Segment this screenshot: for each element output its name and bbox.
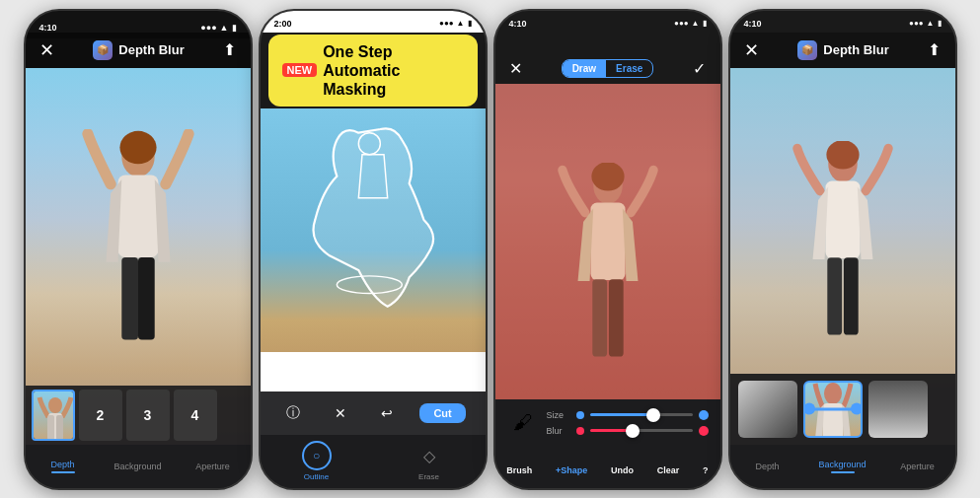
size-slider-3[interactable] xyxy=(590,413,693,416)
blur-label-3: Blur xyxy=(547,426,570,436)
clear-tool-label-3[interactable]: Clear xyxy=(657,465,680,475)
tab-background-1[interactable]: Background xyxy=(101,462,176,471)
svg-rect-19 xyxy=(827,257,842,334)
thumb-2-label: 2 xyxy=(97,407,105,423)
svg-rect-14 xyxy=(592,279,607,356)
svg-rect-4 xyxy=(138,257,155,340)
thumb-1-selected[interactable] xyxy=(32,390,75,441)
tab-bg-underline-4 xyxy=(831,471,855,473)
woman-figure-1 xyxy=(79,129,197,386)
aperture-card-4[interactable] xyxy=(868,381,928,438)
phone-4: 4:10 ●●● ▲ ▮ ✕ 📦 Depth Blur ⬆ xyxy=(728,9,957,490)
slider-controls-3: 🖌 Size Blur xyxy=(495,399,720,453)
svg-point-5 xyxy=(48,397,62,413)
thumb-2[interactable]: 2 xyxy=(79,390,122,441)
app-title-1: Depth Blur xyxy=(118,42,184,57)
svg-rect-2 xyxy=(117,175,158,257)
tab-background-4[interactable]: Background xyxy=(805,460,880,473)
share-icon-4[interactable]: ⬆ xyxy=(928,40,941,59)
thumbnail-strip-1: 2 3 4 xyxy=(26,386,251,445)
blur-dot-3 xyxy=(576,427,584,435)
close-icon-3[interactable]: ✕ xyxy=(509,59,522,78)
blur-thumb-3[interactable] xyxy=(626,424,640,438)
signal-icon-3: ●●● xyxy=(674,19,689,28)
nav-title-1: 📦 Depth Blur xyxy=(93,40,184,60)
svg-rect-7 xyxy=(47,415,54,440)
toolbar-2: ⓘ ✕ ↩ Cut xyxy=(261,391,486,435)
tab-depth-label-4: Depth xyxy=(755,462,779,471)
bottom-tools-3: Brush +Shape Undo Clear ? xyxy=(495,453,720,488)
white-bottom-2 xyxy=(261,352,486,391)
time-2: 2:00 xyxy=(274,19,292,29)
svg-rect-18 xyxy=(825,180,860,257)
shape-tool-label-3[interactable]: +Shape xyxy=(556,465,587,475)
svg-rect-15 xyxy=(608,279,623,356)
close-icon-2[interactable]: ✕ xyxy=(327,399,354,427)
time-3: 4:10 xyxy=(509,19,527,29)
thumb-4-label: 4 xyxy=(191,407,199,423)
battery-icon-4: ▮ xyxy=(938,19,942,28)
size-end-dot-3 xyxy=(699,410,709,420)
nav-bar-3: ✕ Draw Erase ✓ xyxy=(495,29,720,84)
undo-tool-label-3[interactable]: Undo xyxy=(611,465,634,475)
help-icon-3[interactable]: ? xyxy=(703,465,709,475)
size-dot-3 xyxy=(576,411,584,419)
wifi-icon-2: ▲ xyxy=(457,19,465,28)
size-thumb-3[interactable] xyxy=(646,408,660,422)
thumb-3[interactable]: 3 xyxy=(126,390,170,441)
brush-icon-3: 🖌 xyxy=(507,407,539,439)
erase-tool-2[interactable]: ◇ Erase xyxy=(415,441,444,481)
svg-point-1 xyxy=(119,130,156,163)
app-title-4: Depth Blur xyxy=(823,42,888,57)
tab-bar-1: Depth Background Aperture xyxy=(26,445,251,488)
signal-icon-1: ●●● xyxy=(200,23,216,33)
app-icon-4: 📦 xyxy=(797,40,817,60)
info-icon-2[interactable]: ⓘ xyxy=(279,399,307,427)
back-icon-4[interactable]: ✕ xyxy=(744,39,759,61)
blur-slider-3[interactable] xyxy=(590,429,693,432)
outline-icon-2: ○ xyxy=(302,441,332,470)
battery-icon-2: ▮ xyxy=(468,19,472,28)
status-bar-4: 4:10 ●●● ▲ ▮ xyxy=(730,11,955,33)
svg-point-12 xyxy=(591,163,624,191)
draw-btn-3[interactable]: Draw xyxy=(563,60,606,77)
status-bar-3: 4:10 ●●● ▲ ▮ xyxy=(495,11,720,33)
tab-depth-1[interactable]: Depth xyxy=(26,460,101,473)
main-container: 4:10 ●●● ▲ ▮ ✕ 📦 Depth Blur ⬆ xyxy=(0,0,980,498)
undo-icon-2[interactable]: ↩ xyxy=(373,399,401,427)
tab-aperture-4[interactable]: Aperture xyxy=(880,462,955,471)
tab-depth-label-1: Depth xyxy=(50,460,74,469)
thumb-4[interactable]: 4 xyxy=(174,390,217,441)
outline-label-2: Outline xyxy=(304,472,329,481)
check-icon-3[interactable]: ✓ xyxy=(693,59,706,78)
share-icon-1[interactable]: ⬆ xyxy=(223,40,236,59)
status-bar-2: 2:00 ●●● ▲ ▮ xyxy=(261,11,486,33)
outline-tool-2[interactable]: ○ Outline xyxy=(302,441,332,481)
signal-icon-4: ●●● xyxy=(909,19,924,28)
cut-button-2[interactable]: Cut xyxy=(419,403,465,423)
blur-end-dot-3 xyxy=(699,426,709,436)
signal-icon-2: ●●● xyxy=(439,19,454,28)
bottom-tools-2: ○ Outline ◇ Erase xyxy=(261,435,486,488)
tab-depth-4[interactable]: Depth xyxy=(730,462,805,471)
status-bar-1: 4:10 ●●● ▲ ▮ xyxy=(26,11,251,38)
brush-tool-label-3[interactable]: Brush xyxy=(506,465,532,475)
tab-bg-label-4: Background xyxy=(818,460,866,469)
tab-aperture-1[interactable]: Aperture xyxy=(176,462,251,471)
woman-figure-4 xyxy=(789,141,897,378)
tab-bg-label-1: Background xyxy=(113,462,161,471)
tab-depth-underline-1 xyxy=(51,471,75,473)
depth-card-4[interactable] xyxy=(738,381,797,438)
erase-icon-2: ◇ xyxy=(415,441,444,470)
banner-text-2: One StepAutomatic Masking xyxy=(323,42,463,100)
wifi-icon-4: ▲ xyxy=(927,19,935,28)
photo-area-3 xyxy=(495,84,720,399)
battery-icon-3: ▮ xyxy=(703,19,707,28)
back-icon-1[interactable]: ✕ xyxy=(39,39,54,61)
nav-bar-4: ✕ 📦 Depth Blur ⬆ xyxy=(730,33,955,68)
erase-btn-3[interactable]: Erase xyxy=(606,60,652,77)
battery-icon-1: ▮ xyxy=(232,23,237,33)
svg-rect-20 xyxy=(843,257,858,334)
tab-aperture-label-1: Aperture xyxy=(195,462,230,471)
bg-card-4[interactable] xyxy=(803,381,863,438)
